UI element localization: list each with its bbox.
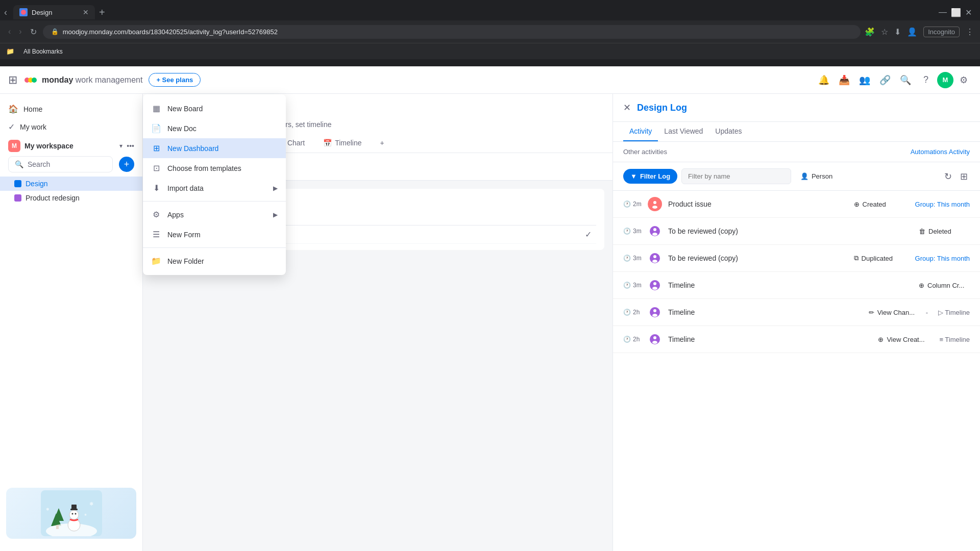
activity-time-0: 🕐 2m (623, 201, 642, 208)
board-color-design (14, 180, 21, 187)
clock-icon-4: 🕐 (623, 309, 631, 316)
board-label-product: Product redesign (26, 194, 80, 202)
choose-templates-label: Choose from templates (167, 164, 241, 172)
svg-point-25 (653, 255, 656, 258)
activity-action-4: ✏ View Chan... (869, 309, 920, 316)
star-bookmark-icon[interactable]: ☆ (881, 27, 888, 37)
activity-action-5: ⊕ View Creat... (878, 336, 929, 343)
people-btn[interactable]: 👥 (855, 71, 874, 89)
app-container: ⊞ monday work management + See plans 🔔 📥… (0, 66, 980, 551)
workspace-header[interactable]: M My workspace ▾ ••• (0, 136, 142, 156)
dropdown-new-board[interactable]: ▦ New Board (143, 98, 286, 118)
help-btn[interactable]: ? (917, 71, 935, 89)
activity-action-0: ⊕ Created (854, 201, 905, 208)
snowman-decoration: ❄ ❄ ❄ (6, 488, 136, 539)
invite-btn[interactable]: 🔗 (876, 71, 894, 89)
dropdown-new-doc[interactable]: 📄 New Doc (143, 118, 286, 138)
snowman-area: ❄ ❄ ❄ (0, 482, 142, 545)
lock-icon: 🔒 (51, 28, 59, 35)
active-tab[interactable]: Design ✕ (13, 5, 95, 19)
dropdown-new-dashboard[interactable]: ⊞ New Dashboard (143, 138, 286, 158)
filter-log-btn[interactable]: ▼ Filter Log (623, 169, 677, 184)
new-form-icon: ☰ (151, 230, 161, 239)
panel-tab-updates[interactable]: Updates (709, 122, 748, 141)
svg-point-35 (652, 341, 657, 344)
search-placeholder: Search (28, 160, 50, 168)
new-doc-label: New Doc (167, 124, 197, 133)
search-box[interactable]: 🔍 Search (8, 156, 113, 172)
tab-add[interactable]: + (372, 135, 393, 153)
activity-time-1: 🕐 3m (623, 228, 642, 235)
reload-btn[interactable]: ↻ (28, 25, 39, 39)
svg-rect-12 (71, 505, 77, 510)
svg-text:❄: ❄ (89, 501, 93, 507)
refresh-icon[interactable]: ↻ (942, 169, 954, 184)
nav-icons: 🔔 📥 👥 🔗 🔍 ? M ⚙ (815, 71, 972, 89)
panel-title-prefix: Design (637, 103, 668, 113)
add-new-button[interactable]: + (119, 157, 134, 172)
chrome-menu-icon[interactable]: ⋮ (966, 27, 974, 37)
activity-extra2-5: ≡ Timeline (939, 336, 970, 343)
search-nav-btn[interactable]: 🔍 (896, 71, 915, 89)
person-filter-label-panel: Person (812, 172, 832, 180)
sidebar-item-home[interactable]: 🏠 Home (0, 100, 142, 118)
panel-tab-activity[interactable]: Activity (623, 122, 658, 141)
activity-avatar-4 (648, 305, 662, 319)
svg-text:❄: ❄ (46, 507, 50, 512)
new-board-label: New Board (167, 105, 203, 113)
app-grid-icon[interactable]: ⊞ (8, 73, 17, 87)
dropdown-choose-templates[interactable]: ⊡ Choose from templates (143, 158, 286, 178)
dropdown-apps[interactable]: ⚙ Apps ▶ (143, 205, 286, 224)
url-text: moodjoy.monday.com/boards/1830420525/act… (63, 28, 278, 36)
panel-close-btn[interactable]: ✕ (623, 102, 631, 113)
clock-icon-1: 🕐 (623, 228, 631, 235)
inbox-btn[interactable]: 📥 (835, 71, 853, 89)
all-bookmarks-link[interactable]: All Bookmarks (20, 47, 66, 56)
logo-area: monday work management (23, 73, 142, 87)
tab-timeline[interactable]: 📅 Timeline (315, 135, 370, 153)
svg-point-26 (652, 260, 657, 263)
filter-by-name-input[interactable] (681, 168, 791, 184)
activity-list: 🕐 2m Product issue ⊕ Created Group: This… (613, 191, 980, 551)
dropdown-divider-2 (143, 247, 286, 248)
profile-icon[interactable]: 👤 (907, 27, 917, 37)
board-item-product-redesign[interactable]: Product redesign (0, 191, 142, 205)
other-activities-bar: Other activities Automations Activity (613, 142, 980, 162)
see-plans-button[interactable]: + See plans (149, 73, 201, 87)
dropdown-import-data[interactable]: ⬇ Import data ▶ (143, 178, 286, 198)
forward-nav-btn[interactable]: › (17, 25, 23, 38)
new-tab-btn[interactable]: + (99, 7, 105, 18)
incognito-label: Incognito (923, 27, 960, 37)
dropdown-new-form[interactable]: ☰ New Form (143, 224, 286, 244)
svg-text:❄: ❄ (84, 513, 87, 516)
download-icon[interactable]: ⬇ (894, 27, 901, 37)
new-folder-label: New Folder (167, 257, 204, 265)
back-btn[interactable]: ‹ (4, 7, 7, 18)
activity-item-name-1: To be reviewed (copy) (668, 227, 913, 235)
minimize-btn[interactable]: — (939, 8, 947, 17)
activity-avatar-5 (648, 332, 662, 346)
tab-close-btn[interactable]: ✕ (83, 8, 89, 16)
back-nav-btn[interactable]: ‹ (6, 25, 13, 38)
notifications-btn[interactable]: 🔔 (815, 71, 833, 89)
extension-icon[interactable]: 🧩 (865, 27, 875, 37)
settings-btn[interactable]: ⚙ (955, 72, 972, 88)
person-filter[interactable]: 👤 Person (795, 169, 838, 183)
board-item-design[interactable]: Design (0, 177, 142, 191)
user-avatar[interactable]: M (937, 72, 953, 88)
svg-point-22 (653, 228, 656, 231)
automations-activity-link[interactable]: Automations Activity (911, 148, 970, 156)
dropdown-menu: ▦ New Board 📄 New Doc ⊞ New Dashboard ⊡ … (143, 94, 286, 275)
dropdown-new-folder[interactable]: 📁 New Folder (143, 251, 286, 271)
workspace-more-icon[interactable]: ••• (127, 142, 134, 150)
columns-icon[interactable]: ⊞ (958, 169, 970, 184)
address-bar: ‹ › ↻ 🔒 moodjoy.monday.com/boards/183042… (0, 20, 980, 43)
panel-tab-last-viewed[interactable]: Last Viewed (658, 122, 709, 141)
close-window-btn[interactable]: ✕ (965, 8, 972, 17)
sidebar-item-mywork[interactable]: ✓ My work (0, 118, 142, 136)
url-bar[interactable]: 🔒 moodjoy.monday.com/boards/1830420525/a… (43, 25, 861, 39)
snowman-svg: ❄ ❄ ❄ (41, 490, 102, 536)
svg-point-19 (653, 201, 656, 204)
maximize-btn[interactable]: ⬜ (951, 8, 961, 17)
activity-group-2: Group: This month (915, 255, 970, 262)
